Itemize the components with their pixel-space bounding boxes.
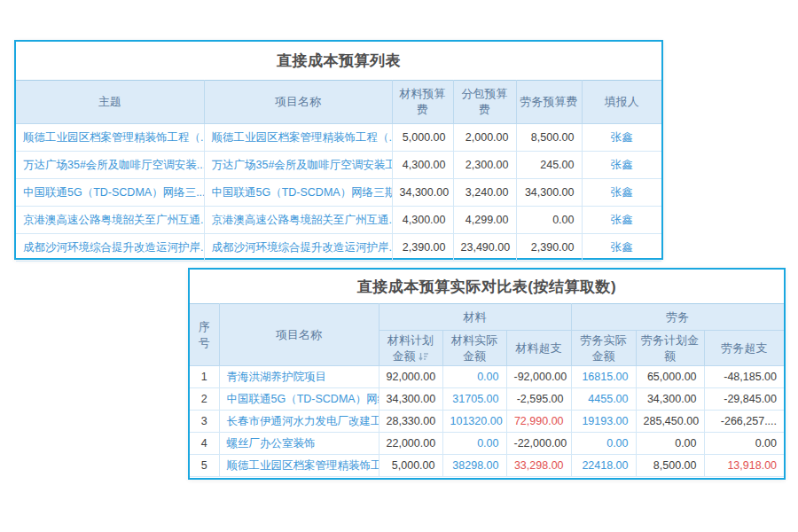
seq-value: 2	[190, 388, 219, 411]
project-link[interactable]: 顺德工业园区档案管理精装饰工程（...	[212, 131, 393, 144]
table-row: 3 长春市伊通河水力发电厂改建工程 28,330.00 101320.00 72…	[190, 411, 784, 433]
subcontract-budget-value: 23,490.00	[453, 234, 516, 262]
table-row: 京港澳高速公路粤境韶关至广州互通... 京港澳高速公路粤境韶关至广州互通... …	[16, 207, 661, 234]
col-header-material-actual: 材料实际金额	[442, 331, 506, 366]
col-header-labor-over: 劳务超支	[704, 331, 784, 366]
material-actual-value: 38298.00	[442, 455, 506, 477]
material-over-value: -92,000.00	[506, 366, 571, 388]
labor-actual-value: 0.00	[571, 433, 636, 455]
material-actual-value: 31705.00	[442, 388, 506, 411]
col-header-project: 项目名称	[219, 304, 379, 366]
material-over-value: 72,990.00	[506, 411, 571, 433]
material-over-value: 33,298.00	[506, 455, 571, 477]
project-link[interactable]: 中国联通5G（TD-SCDMA）网络三期...	[212, 186, 393, 199]
comparison-card: 直接成本预算实际对比表(按结算取数) 序号 项目名称 材料 劳务 材料计划金额 …	[188, 268, 786, 480]
table-row: 中国联通5G（TD-SCDMA）网络三... 中国联通5G（TD-SCDMA）网…	[16, 179, 661, 207]
seq-value: 4	[190, 433, 219, 455]
labor-plan-value: 34,300.00	[636, 388, 704, 411]
project-link[interactable]: 中国联通5G（TD-SCDMA）网络三	[227, 393, 379, 405]
col-header-subcontract-budget: 分包预算费	[453, 81, 516, 124]
reporter-link[interactable]: 张鑫	[611, 214, 633, 226]
material-budget-value: 5,000.00	[392, 124, 453, 152]
subject-link[interactable]: 成都沙河环境综合提升改造运河护岸...	[23, 241, 204, 254]
labor-over-value: 13,918.00	[704, 455, 784, 477]
project-link[interactable]: 青海洪湖养护院项目	[227, 371, 327, 383]
reporter-link[interactable]: 张鑫	[611, 186, 633, 199]
material-plan-value: 34,300.00	[379, 388, 442, 411]
labor-over-value: -266,257....	[704, 411, 784, 433]
reporter-link[interactable]: 张鑫	[611, 159, 633, 171]
material-actual-value: 0.00	[442, 433, 506, 455]
budget-list-title: 直接成本预算列表	[16, 42, 661, 80]
material-budget-value: 4,300.00	[392, 152, 453, 179]
col-header-subject: 主题	[16, 81, 204, 124]
material-budget-value: 2,390.00	[392, 234, 453, 262]
project-link[interactable]: 长春市伊通河水力发电厂改建工程	[227, 415, 379, 427]
table-row: 4 螺丝厂办公室装饰 22,000.00 0.00 -22,000.00 0.0…	[190, 433, 784, 455]
table-row: 1 青海洪湖养护院项目 92,000.00 0.00 -92,000.00 16…	[190, 366, 784, 388]
subcontract-budget-value: 4,299.00	[453, 207, 516, 234]
group-header-labor: 劳务	[571, 304, 784, 331]
page: 直接成本预算列表 主题 项目名称 材料预算费 分包预算费 劳务预算费 填报人 顺…	[0, 0, 798, 532]
labor-over-value: -48,185.00	[704, 366, 784, 388]
seq-value: 5	[190, 455, 219, 477]
labor-budget-value: 8,500.00	[516, 124, 582, 152]
labor-plan-value: 65,000.00	[636, 366, 704, 388]
labor-budget-value: 34,300.00	[516, 179, 582, 207]
material-actual-value: 0.00	[442, 366, 506, 388]
budget-list-header-row: 主题 项目名称 材料预算费 分包预算费 劳务预算费 填报人	[16, 81, 661, 124]
labor-actual-value: 22418.00	[571, 455, 636, 477]
col-header-labor-plan: 劳务计划金额	[636, 331, 704, 366]
subject-link[interactable]: 万达广场35#会所及咖啡厅空调安装...	[23, 159, 204, 171]
reporter-link[interactable]: 张鑫	[611, 131, 633, 144]
material-plan-value: 92,000.00	[379, 366, 442, 388]
subcontract-budget-value: 3,240.00	[453, 179, 516, 207]
labor-budget-value: 2,390.00	[516, 234, 582, 262]
subject-link[interactable]: 顺德工业园区档案管理精装饰工程（...	[23, 131, 204, 144]
table-row: 2 中国联通5G（TD-SCDMA）网络三 34,300.00 31705.00…	[190, 388, 784, 411]
labor-actual-value: 16815.00	[571, 366, 636, 388]
material-actual-value: 101320.00	[442, 411, 506, 433]
reporter-link[interactable]: 张鑫	[611, 241, 633, 254]
labor-plan-value: 8,500.00	[636, 455, 704, 477]
table-row: 5 顺德工业园区档案管理精装饰工程 5,000.00 38298.00 33,2…	[190, 455, 784, 477]
material-over-value: -22,000.00	[506, 433, 571, 455]
table-row: 成都沙河环境综合提升改造运河护岸... 成都沙河环境综合提升改造运河护岸... …	[16, 234, 661, 262]
table-row: 顺德工业园区档案管理精装饰工程（... 顺德工业园区档案管理精装饰工程（... …	[16, 124, 661, 152]
labor-over-value: -29,845.00	[704, 388, 784, 411]
material-over-value: -2,595.00	[506, 388, 571, 411]
project-link[interactable]: 京港澳高速公路粤境韶关至广州互通...	[212, 214, 393, 226]
labor-plan-value: 285,450.00	[636, 411, 704, 433]
seq-value: 1	[190, 366, 219, 388]
budget-list-card: 直接成本预算列表 主题 项目名称 材料预算费 分包预算费 劳务预算费 填报人 顺…	[14, 40, 663, 260]
col-header-seq: 序号	[190, 304, 219, 366]
col-header-project: 项目名称	[204, 81, 392, 124]
project-link[interactable]: 顺德工业园区档案管理精装饰工程	[227, 459, 379, 472]
material-budget-value: 34,300.00	[392, 179, 453, 207]
labor-budget-value: 245.00	[516, 152, 582, 179]
material-budget-value: 4,300.00	[392, 207, 453, 234]
table-row: 万达广场35#会所及咖啡厅空调安装... 万达广场35#会所及咖啡厅空调安装工程…	[16, 152, 661, 179]
comparison-table: 序号 项目名称 材料 劳务 材料计划金额 材料实际金额 材料超支 劳务实际金额 …	[190, 303, 784, 477]
project-link[interactable]: 成都沙河环境综合提升改造运河护岸...	[212, 241, 393, 254]
col-header-reporter: 填报人	[582, 81, 661, 124]
col-header-material-plan[interactable]: 材料计划金额	[379, 331, 442, 366]
col-header-labor-actual: 劳务实际金额	[571, 331, 636, 366]
group-header-material: 材料	[379, 304, 571, 331]
col-header-labor-budget: 劳务预算费	[516, 81, 582, 124]
col-header-material-budget: 材料预算费	[392, 81, 453, 124]
material-plan-value: 22,000.00	[379, 433, 442, 455]
labor-actual-value: 4455.00	[571, 388, 636, 411]
labor-plan-value: 0.00	[636, 433, 704, 455]
subject-link[interactable]: 京港澳高速公路粤境韶关至广州互通...	[23, 214, 204, 226]
sort-icon[interactable]	[419, 352, 429, 361]
labor-over-value: 0.00	[704, 433, 784, 455]
subcontract-budget-value: 2,000.00	[453, 124, 516, 152]
comparison-group-header-row: 序号 项目名称 材料 劳务	[190, 304, 784, 331]
project-link[interactable]: 万达广场35#会所及咖啡厅空调安装工程	[212, 159, 393, 171]
project-link[interactable]: 螺丝厂办公室装饰	[227, 437, 316, 450]
labor-actual-value: 19193.00	[571, 411, 636, 433]
subject-link[interactable]: 中国联通5G（TD-SCDMA）网络三...	[23, 186, 204, 199]
subcontract-budget-value: 2,300.00	[453, 152, 516, 179]
labor-budget-value: 0.00	[516, 207, 582, 234]
